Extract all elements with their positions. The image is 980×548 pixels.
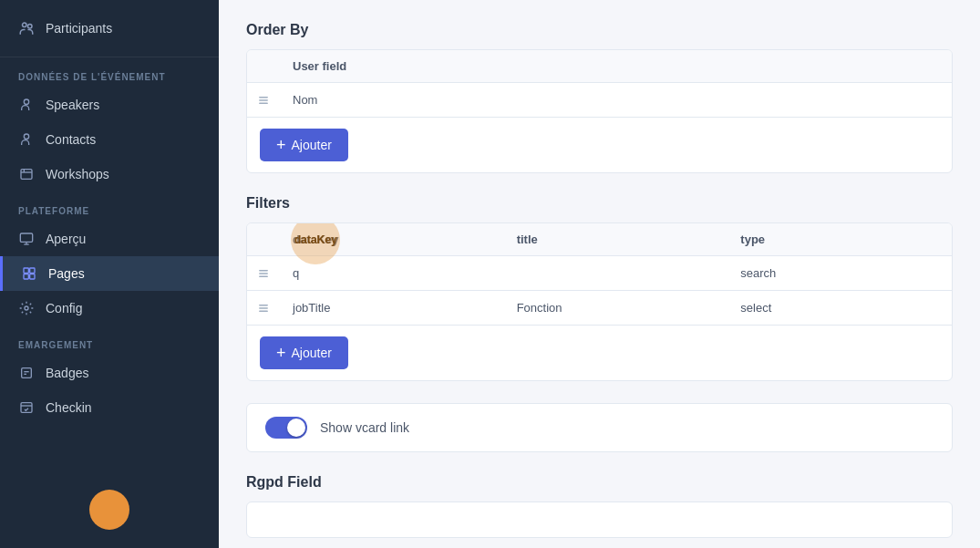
filter-datakey-1: jobTitle bbox=[280, 291, 504, 325]
svg-rect-20 bbox=[259, 97, 268, 98]
datakey-header-text: dataKey bbox=[293, 233, 339, 246]
svg-rect-25 bbox=[259, 275, 268, 277]
apercu-label: Aperçu bbox=[46, 232, 86, 246]
sidebar-item-speakers[interactable]: Speakers bbox=[0, 88, 219, 122]
badge-icon bbox=[18, 365, 35, 381]
svg-point-3 bbox=[24, 134, 28, 139]
order-by-row: Nom bbox=[247, 83, 952, 118]
sidebar-item-workshops[interactable]: Workshops bbox=[0, 157, 219, 191]
order-by-title: Order By bbox=[246, 22, 953, 38]
toggle-track[interactable] bbox=[265, 417, 307, 439]
order-by-add-label: Ajouter bbox=[292, 138, 332, 152]
svg-rect-7 bbox=[20, 233, 32, 242]
filters-drag-header bbox=[247, 223, 280, 255]
workshops-icon bbox=[18, 166, 35, 182]
svg-point-0 bbox=[23, 23, 27, 27]
svg-rect-10 bbox=[24, 268, 28, 273]
svg-rect-24 bbox=[259, 273, 268, 274]
people-icon bbox=[18, 20, 35, 36]
filters-add-label: Ajouter bbox=[292, 346, 332, 360]
sidebar-item-config[interactable]: Config bbox=[0, 291, 219, 326]
svg-rect-22 bbox=[259, 102, 268, 104]
participants-label: Participants bbox=[46, 21, 112, 36]
svg-rect-11 bbox=[30, 268, 35, 273]
filters-type-header: type bbox=[727, 223, 952, 255]
contacts-label: Contacts bbox=[46, 132, 96, 147]
plus-icon-order: + bbox=[276, 137, 286, 153]
config-label: Config bbox=[46, 301, 82, 315]
badges-label: Badges bbox=[46, 366, 88, 380]
svg-point-1 bbox=[28, 25, 33, 29]
filters-title-header: title bbox=[504, 223, 728, 255]
sidebar-item-participants[interactable]: Participants bbox=[18, 15, 201, 42]
main-content: Order By User field Nom + Ajouter bbox=[219, 0, 980, 548]
svg-rect-15 bbox=[22, 368, 32, 378]
order-by-user-field-header: User field bbox=[280, 50, 504, 82]
drag-handle-filter-1[interactable] bbox=[247, 292, 280, 325]
pages-icon bbox=[21, 265, 37, 282]
order-by-add-button[interactable]: + Ajouter bbox=[260, 129, 348, 161]
drag-handle-order[interactable] bbox=[247, 84, 280, 117]
vcard-toggle-label: Show vcard link bbox=[320, 420, 409, 435]
svg-rect-18 bbox=[21, 403, 32, 413]
svg-rect-4 bbox=[21, 170, 32, 180]
monitor-icon bbox=[18, 231, 35, 247]
filter-title-0 bbox=[504, 264, 728, 284]
sidebar-item-badges[interactable]: Badges bbox=[0, 356, 219, 390]
filter-type-1: select bbox=[727, 291, 952, 325]
filters-title: Filters bbox=[246, 195, 953, 212]
plus-icon-filters: + bbox=[276, 345, 286, 361]
vcard-toggle[interactable] bbox=[265, 417, 307, 439]
config-icon bbox=[18, 300, 35, 316]
rgpd-card bbox=[246, 501, 953, 538]
order-by-empty1 bbox=[504, 90, 728, 110]
order-by-card: User field Nom + Ajouter bbox=[246, 49, 953, 173]
section-platform-label: PLATEFORME bbox=[0, 191, 219, 222]
svg-point-14 bbox=[25, 306, 28, 310]
order-by-drag-header bbox=[247, 50, 280, 82]
svg-rect-21 bbox=[259, 99, 268, 101]
section-event-label: DONNÉES DE L'ÉVÉNEMENT bbox=[0, 57, 219, 88]
vcard-toggle-row: Show vcard link bbox=[246, 403, 953, 452]
avatar bbox=[89, 490, 129, 530]
checkin-icon bbox=[18, 399, 35, 416]
rgpd-title: Rgpd Field bbox=[246, 474, 953, 491]
checkin-label: Checkin bbox=[46, 400, 92, 415]
order-by-empty2 bbox=[727, 90, 952, 110]
svg-rect-27 bbox=[259, 307, 268, 309]
svg-rect-12 bbox=[24, 274, 28, 279]
section-emargement-label: EMARGEMENT bbox=[0, 326, 219, 356]
sidebar: Participants DONNÉES DE L'ÉVÉNEMENT Spea… bbox=[0, 0, 219, 548]
filters-add-button[interactable]: + Ajouter bbox=[260, 336, 348, 369]
workshops-label: Workshops bbox=[46, 167, 109, 181]
sidebar-item-pages[interactable]: Pages bbox=[0, 256, 219, 291]
speakers-label: Speakers bbox=[46, 98, 99, 112]
sidebar-header: Participants bbox=[0, 0, 219, 57]
sidebar-item-contacts[interactable]: Contacts bbox=[0, 122, 219, 157]
svg-rect-28 bbox=[259, 310, 268, 312]
filters-header-row: dataKey dataKey title type bbox=[247, 223, 952, 256]
svg-point-2 bbox=[24, 99, 28, 104]
svg-rect-26 bbox=[259, 305, 268, 306]
person-icon bbox=[18, 97, 35, 113]
pages-label: Pages bbox=[48, 266, 85, 281]
order-by-nom-cell: Nom bbox=[280, 83, 504, 117]
toggle-thumb bbox=[287, 419, 305, 437]
svg-rect-23 bbox=[259, 270, 268, 272]
filter-type-0: search bbox=[727, 256, 952, 290]
filter-datakey-0: q bbox=[280, 256, 504, 290]
drag-handle-filter-0[interactable] bbox=[247, 257, 280, 290]
contact-icon bbox=[18, 131, 35, 148]
sidebar-item-checkin[interactable]: Checkin bbox=[0, 390, 219, 425]
order-by-empty-col1 bbox=[504, 50, 728, 82]
filter-row-1: jobTitle Fonction select bbox=[247, 291, 952, 326]
order-by-header-row: User field bbox=[247, 50, 952, 83]
svg-rect-13 bbox=[30, 274, 35, 279]
order-by-empty-col2 bbox=[727, 50, 952, 82]
filter-title-1: Fonction bbox=[504, 291, 728, 325]
filters-card: dataKey dataKey title type q bbox=[246, 222, 953, 381]
filter-row-0: q search bbox=[247, 256, 952, 291]
sidebar-item-apercu[interactable]: Aperçu bbox=[0, 222, 219, 256]
filters-datakey-header: dataKey dataKey bbox=[280, 223, 504, 255]
